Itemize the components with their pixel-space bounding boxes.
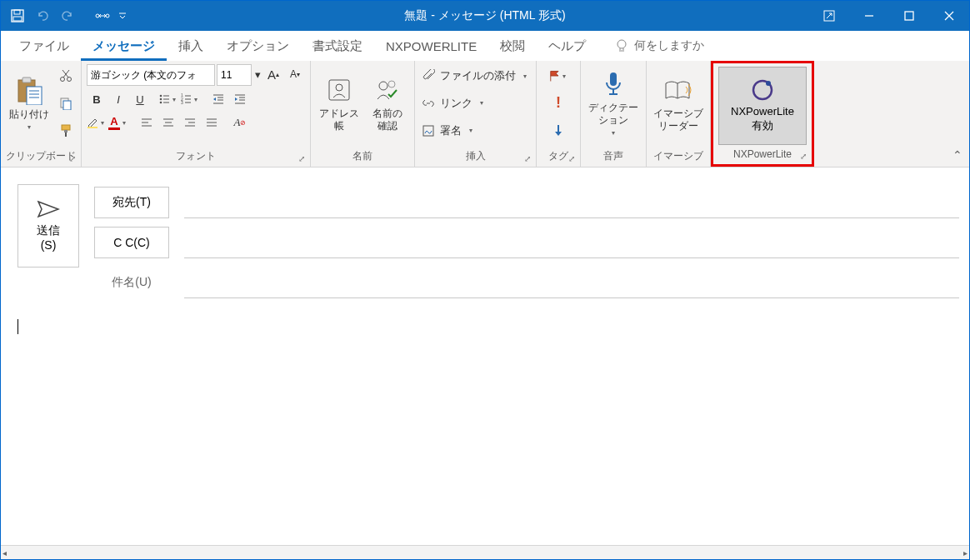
svg-point-19 [61,78,65,82]
grow-font-icon[interactable]: A▴ [263,64,283,84]
ribbon-tabs: ファイル メッセージ 挿入 オプション 書式設定 NXPOWERLITE 校閲 … [1,31,969,61]
numbering-icon[interactable]: 123▾ [180,89,200,109]
save-icon[interactable] [6,4,29,28]
check-names-label: 名前の 確認 [372,108,402,132]
cc-button[interactable]: C C(C) [94,227,169,258]
increase-indent-icon[interactable] [230,89,250,109]
svg-point-71 [766,81,771,86]
highlight-icon[interactable]: ▾ [87,112,107,132]
undo-icon[interactable] [31,4,54,28]
attach-file-label: ファイルの添付 [440,68,516,83]
dialog-launcher-icon[interactable]: ⤢ [69,154,76,163]
ribbon: 貼り付け ▾ クリップボード⤢ [1,61,969,168]
subject-input[interactable] [184,267,959,298]
svg-rect-48 [88,127,98,128]
minimize-icon[interactable] [849,1,889,31]
insert-group-label: 挿入 [466,149,486,163]
dialog-launcher-icon[interactable]: ⤢ [800,152,807,161]
tab-message[interactable]: メッセージ [81,31,167,61]
scroll-right-icon[interactable]: ▸ [963,548,968,558]
chevron-down-icon[interactable]: ▾ [253,64,262,84]
tell-me-search[interactable]: 何をしますか [614,38,704,53]
tab-insert[interactable]: 挿入 [167,31,215,61]
align-center-icon[interactable] [158,112,178,132]
paperclip-icon [422,69,435,82]
align-right-icon[interactable] [180,112,200,132]
svg-rect-25 [62,125,70,130]
clear-format-icon[interactable]: A⊘ [230,112,250,132]
maximize-icon[interactable] [889,1,929,31]
underline-button[interactable]: U [130,89,150,109]
qat-separator [81,4,89,28]
to-field[interactable] [184,187,959,218]
close-icon[interactable] [929,1,969,31]
follow-up-icon[interactable]: ▾ [548,66,568,86]
tab-help[interactable]: ヘルプ [537,31,598,61]
dictation-label: ディクテー ション [588,102,638,127]
tab-format[interactable]: 書式設定 [301,31,374,61]
tab-options[interactable]: オプション [215,31,301,61]
send-button[interactable]: 送信 (S) [18,184,79,268]
dialog-launcher-icon[interactable]: ⤢ [524,154,531,163]
send-label: 送信 (S) [37,223,60,252]
chevron-down-icon: ▾ [521,72,529,80]
svg-point-62 [336,84,342,91]
justify-icon[interactable] [202,112,222,132]
copy-icon[interactable] [56,93,76,113]
cut-icon[interactable] [56,66,76,86]
redo-icon[interactable] [56,4,79,28]
scroll-left-icon[interactable]: ◂ [2,548,7,558]
signature-button[interactable]: 署名 ▾ [420,121,531,141]
clipboard-group-label: クリップボード [6,149,76,163]
qat-customize-icon[interactable] [116,4,129,28]
align-left-icon[interactable] [137,112,157,132]
shrink-font-icon[interactable]: A▾ [285,64,305,84]
group-voice: ディクテー ション ▾ 音声 [581,61,647,167]
names-group-label: 名前 [352,149,372,163]
font-size-select[interactable] [217,64,252,86]
dialog-launcher-icon[interactable]: ⤢ [298,154,305,163]
font-family-select[interactable] [87,64,215,86]
address-book-button[interactable]: アドレス帳 [316,64,362,142]
touch-mode-icon[interactable] [91,4,114,28]
dictation-button[interactable]: ディクテー ション ▾ [586,64,641,142]
nxpowerlite-enable-button[interactable]: NXPowerLite 有効 [718,67,807,145]
immersive-reader-button[interactable]: イマーシブ リーダー [652,64,705,142]
tab-review[interactable]: 校閲 [488,31,537,61]
low-importance-icon[interactable] [548,121,568,141]
svg-rect-24 [63,101,71,110]
font-color-icon[interactable]: A▾ [108,112,128,132]
group-clipboard: 貼り付け ▾ クリップボード⤢ [1,61,82,167]
message-body[interactable] [18,301,959,545]
text-cursor [18,319,18,334]
high-importance-icon[interactable]: ! [548,93,568,113]
group-names: アドレス帳 名前の 確認 名前 [311,61,415,167]
address-book-icon [327,75,352,105]
tab-file[interactable]: ファイル [8,31,81,61]
paste-label: 貼り付け [9,108,49,121]
paste-button[interactable]: 貼り付け ▾ [6,64,52,142]
italic-button[interactable]: I [108,89,128,109]
link-button[interactable]: リンク ▾ [420,93,531,113]
bullets-icon[interactable]: ▾ [158,89,178,109]
svg-point-30 [160,98,162,101]
link-icon [422,97,435,110]
check-names-button[interactable]: 名前の 確認 [366,64,409,142]
format-painter-icon[interactable] [56,121,76,141]
bold-button[interactable]: B [87,89,107,109]
horizontal-scrollbar[interactable]: ◂ ▸ [1,545,969,559]
tell-me-label: 何をしますか [634,38,704,53]
window-title: 無題 - メッセージ (HTML 形式) [404,8,565,23]
lightbulb-icon [614,38,629,53]
to-button[interactable]: 宛先(T) [94,187,169,218]
decrease-indent-icon[interactable] [208,89,228,109]
collapse-ribbon-icon[interactable]: ⌃ [952,148,962,162]
svg-point-20 [68,78,72,82]
tab-nxpowerlite[interactable]: NXPOWERLITE [374,31,488,61]
address-book-label: アドレス帳 [316,108,362,132]
ribbon-display-icon[interactable] [809,1,849,31]
attach-file-button[interactable]: ファイルの添付 ▾ [420,66,531,86]
dialog-launcher-icon[interactable]: ⤢ [568,154,575,163]
svg-rect-61 [329,80,349,100]
cc-field[interactable] [184,227,959,258]
